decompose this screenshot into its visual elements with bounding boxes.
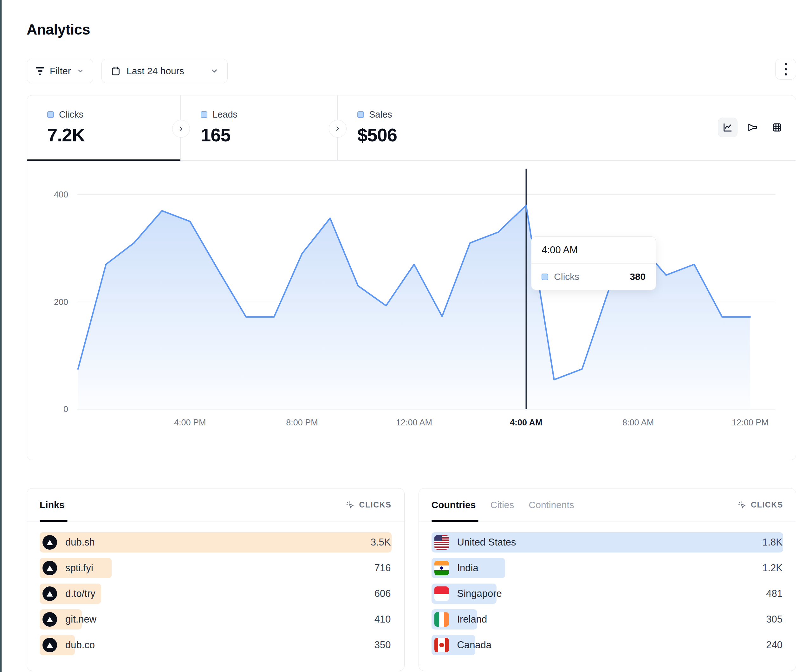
- svg-text:12:00 PM: 12:00 PM: [732, 418, 769, 427]
- svg-text:12:00 AM: 12:00 AM: [396, 418, 432, 427]
- countries-panel-header: Countries Cities Continents CLICKS: [419, 488, 796, 522]
- country-label: Ireland: [457, 614, 487, 625]
- leads-series-swatch: [201, 111, 207, 118]
- tab-leads-label: Leads: [212, 109, 237, 120]
- expand-clicks-leads-button[interactable]: [172, 120, 190, 138]
- flag-canada-icon: [434, 638, 449, 652]
- country-row[interactable]: India 1.2K: [432, 558, 783, 578]
- links-list: dub.sh 3.5K spti.fyi 716: [27, 522, 404, 655]
- funnel-view-button[interactable]: [742, 118, 762, 137]
- sales-value: $506: [357, 124, 494, 145]
- table-view-button[interactable]: [767, 118, 787, 137]
- links-panel-header: Links CLICKS: [27, 488, 404, 522]
- link-label: dub.co: [65, 640, 95, 651]
- country-clicks-value: 481: [766, 588, 783, 599]
- dub-logo-icon: [43, 638, 57, 652]
- country-clicks-value: 1.2K: [762, 562, 783, 574]
- country-row[interactable]: United States 1.8K: [432, 532, 783, 553]
- clicks-series-swatch: [47, 111, 54, 118]
- line-chart-view-button[interactable]: [718, 118, 737, 137]
- chevron-right-icon: [334, 125, 341, 132]
- toolbar: Filter Last 24 hours: [27, 59, 796, 84]
- expand-leads-sales-button[interactable]: [329, 120, 346, 138]
- countries-metric-label: CLICKS: [751, 500, 783, 509]
- countries-panel: Countries Cities Continents CLICKS: [418, 488, 797, 671]
- countries-list: United States 1.8K India 1.2K: [419, 522, 796, 655]
- tooltip-value: 380: [630, 271, 646, 282]
- line-chart-icon: [722, 122, 733, 133]
- kebab-menu-icon: [785, 63, 787, 65]
- svg-text:4:00 PM: 4:00 PM: [174, 418, 206, 427]
- link-clicks-value: 350: [374, 640, 392, 651]
- tab-leads[interactable]: Leads 165: [181, 96, 337, 161]
- dub-logo-icon: [43, 561, 57, 575]
- leads-value: 165: [201, 124, 337, 145]
- filter-icon: [36, 67, 44, 75]
- chevron-down-icon: [77, 67, 84, 75]
- cursor-click-icon: [346, 500, 355, 510]
- link-clicks-value: 716: [374, 562, 392, 574]
- date-range-label: Last 24 hours: [126, 66, 184, 77]
- tab-continents[interactable]: Continents: [529, 500, 574, 510]
- tab-links[interactable]: Links: [39, 500, 64, 510]
- link-row[interactable]: git.new 410: [39, 609, 392, 629]
- active-tab-underline: [27, 159, 181, 161]
- flag-india-icon: [434, 561, 449, 575]
- country-label: Singapore: [457, 588, 502, 599]
- link-clicks-value: 3.5K: [371, 537, 392, 548]
- country-clicks-value: 1.8K: [762, 537, 783, 548]
- tab-cities[interactable]: Cities: [491, 500, 514, 510]
- links-metric-selector[interactable]: CLICKS: [346, 500, 391, 510]
- active-tab-underline: [432, 520, 478, 522]
- tab-sales-label: Sales: [369, 109, 392, 120]
- chart-view-switcher: [718, 118, 787, 137]
- flag-united-states-icon: [434, 535, 449, 550]
- tooltip-series-swatch: [542, 273, 548, 280]
- chevron-right-icon: [177, 125, 184, 132]
- date-range-button[interactable]: Last 24 hours: [101, 59, 228, 84]
- link-label: dub.sh: [65, 537, 95, 548]
- link-row[interactable]: dub.sh 3.5K: [39, 532, 392, 553]
- country-label: India: [457, 562, 478, 574]
- tab-sales[interactable]: Sales $506: [337, 96, 494, 161]
- more-options-button[interactable]: [775, 59, 796, 80]
- tooltip-series-label: Clicks: [554, 271, 579, 282]
- link-label: spti.fyi: [65, 562, 93, 574]
- analytics-chart-card: Clicks 7.2K Leads 165 Sales $506: [27, 95, 796, 460]
- link-clicks-value: 410: [374, 614, 392, 625]
- link-label: d.to/try: [65, 588, 96, 599]
- country-label: United States: [457, 537, 516, 548]
- links-metric-label: CLICKS: [359, 500, 391, 509]
- table-grid-icon: [772, 122, 783, 133]
- svg-text:200: 200: [54, 297, 68, 307]
- breakdown-panels: Links CLICKS dub.sh 3.5K: [27, 488, 796, 671]
- dub-logo-icon: [43, 612, 57, 627]
- filter-button[interactable]: Filter: [27, 59, 93, 84]
- link-label: git.new: [65, 614, 96, 625]
- funnel-chart-icon: [747, 122, 758, 133]
- svg-text:0: 0: [63, 404, 68, 414]
- tab-clicks[interactable]: Clicks 7.2K: [27, 96, 181, 161]
- tab-countries[interactable]: Countries: [432, 500, 476, 510]
- country-row[interactable]: Ireland 305: [432, 609, 783, 629]
- tab-clicks-label: Clicks: [59, 109, 84, 120]
- area-chart-svg: 02004004:00 PM8:00 PM12:00 AM4:00 AM8:00…: [49, 186, 778, 459]
- clicks-time-series-chart[interactable]: 02004004:00 PM8:00 PM12:00 AM4:00 AM8:00…: [49, 186, 778, 459]
- link-row[interactable]: spti.fyi 716: [39, 558, 392, 578]
- countries-metric-selector[interactable]: CLICKS: [737, 500, 783, 510]
- country-row[interactable]: Canada 240: [432, 635, 783, 655]
- page-title: Analytics: [27, 21, 90, 38]
- svg-text:8:00 PM: 8:00 PM: [286, 418, 318, 427]
- link-row[interactable]: dub.co 350: [39, 635, 392, 655]
- country-row[interactable]: Singapore 481: [432, 583, 783, 604]
- svg-text:4:00 AM: 4:00 AM: [510, 418, 542, 427]
- country-clicks-value: 240: [766, 640, 783, 651]
- stats-tabs-row: Clicks 7.2K Leads 165 Sales $506: [27, 96, 796, 161]
- svg-text:8:00 AM: 8:00 AM: [623, 418, 654, 427]
- chart-tooltip: 4:00 AM Clicks 380: [531, 237, 656, 290]
- chevron-down-icon: [210, 67, 218, 75]
- link-row[interactable]: d.to/try 606: [39, 583, 392, 604]
- country-clicks-value: 305: [766, 614, 783, 625]
- filter-button-label: Filter: [50, 66, 71, 77]
- active-tab-underline: [39, 520, 68, 522]
